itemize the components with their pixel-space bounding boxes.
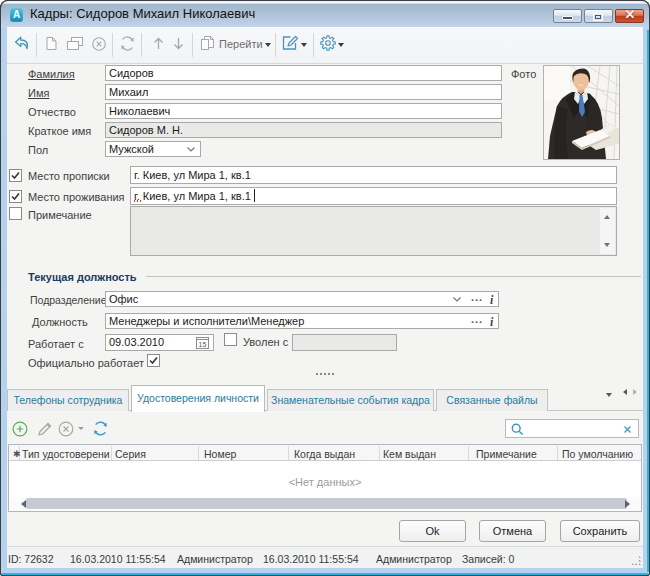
svg-text:15: 15 — [199, 341, 207, 348]
